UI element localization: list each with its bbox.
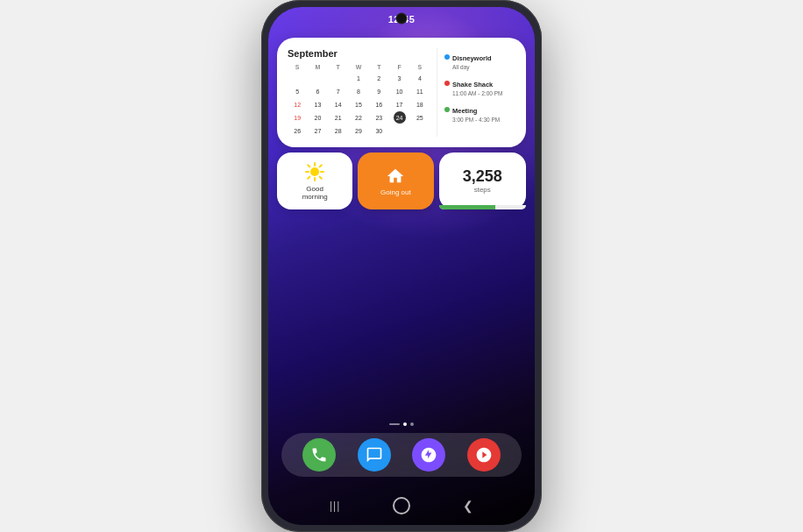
cal-day[interactable]: 9 xyxy=(373,85,385,97)
calendar-event[interactable]: Meeting3:00 PM - 4:30 PM xyxy=(444,101,515,123)
cal-day[interactable]: 4 xyxy=(414,72,426,84)
front-camera xyxy=(397,14,406,23)
dock-area xyxy=(268,422,535,477)
event-dot xyxy=(444,81,450,86)
cal-day[interactable]: 11 xyxy=(414,85,426,97)
cal-day[interactable]: 6 xyxy=(311,85,323,97)
svg-line-7 xyxy=(320,165,322,167)
cal-day[interactable]: 2 xyxy=(373,72,385,84)
cal-day[interactable]: 19 xyxy=(291,111,303,124)
cal-day[interactable]: 14 xyxy=(332,98,345,110)
event-title: Meeting xyxy=(452,107,477,115)
svg-line-6 xyxy=(320,177,322,179)
steps-number: 3,258 xyxy=(463,168,502,184)
cal-day[interactable]: 24 xyxy=(394,111,406,124)
cal-day[interactable]: 5 xyxy=(291,85,303,97)
calendar-events: DisneyworldAll dayShake Shack11:00 AM - … xyxy=(437,48,515,137)
cal-day[interactable]: 10 xyxy=(394,85,406,97)
steps-widget[interactable]: 3,258 steps xyxy=(439,153,527,209)
widgets-area: September SMTWTFS12345678910111213141516… xyxy=(277,38,526,209)
sun-icon xyxy=(304,161,325,182)
cal-day[interactable]: 16 xyxy=(373,98,385,110)
cal-day[interactable]: 27 xyxy=(311,124,323,137)
steps-label: steps xyxy=(474,186,491,194)
page-dot-1 xyxy=(403,422,407,426)
home-icon xyxy=(386,167,405,186)
calendar-left: September SMTWTFS12345678910111213141516… xyxy=(288,48,430,137)
cal-day[interactable]: 7 xyxy=(332,85,345,97)
cal-day[interactable]: 21 xyxy=(332,111,345,124)
cal-day[interactable]: 13 xyxy=(311,98,323,110)
dock-app-messages[interactable] xyxy=(358,438,391,472)
going-out-label: Going out xyxy=(380,188,411,196)
nav-bar: ||| ❮ xyxy=(268,497,535,514)
good-morning-widget[interactable]: Goodmorning xyxy=(277,153,352,209)
cal-day[interactable]: 30 xyxy=(373,124,385,137)
cal-header: T xyxy=(329,63,348,71)
nav-back[interactable]: ❮ xyxy=(463,499,473,513)
dock-app-samsung-mail[interactable] xyxy=(412,438,445,472)
cal-header: T xyxy=(369,63,388,71)
cal-day[interactable]: 8 xyxy=(352,85,365,97)
cal-day[interactable]: 18 xyxy=(414,98,426,110)
cal-empty xyxy=(311,72,323,84)
cal-day[interactable]: 26 xyxy=(291,124,303,137)
bottom-widgets: Goodmorning Going out 3,258 steps xyxy=(277,153,526,209)
cal-day[interactable]: 15 xyxy=(352,98,365,110)
nav-recent[interactable]: ||| xyxy=(330,500,340,512)
calendar-grid: SMTWTFS123456789101112131415161718192021… xyxy=(288,63,430,137)
event-time: All day xyxy=(452,64,515,70)
page-indicators xyxy=(268,422,535,426)
calendar-event[interactable]: Shake Shack11:00 AM - 2:00 PM xyxy=(444,74,515,96)
cal-day[interactable]: 25 xyxy=(414,111,426,124)
phone-screen: 12:45 September SMTWTFS12345678910111213… xyxy=(268,7,535,525)
event-dot xyxy=(444,107,450,112)
cal-empty xyxy=(332,72,345,84)
app-dock xyxy=(281,433,522,477)
steps-bar xyxy=(439,205,527,209)
cal-day[interactable]: 12 xyxy=(291,98,303,110)
cal-day[interactable]: 20 xyxy=(311,111,323,124)
cal-day[interactable]: 1 xyxy=(352,72,365,84)
cal-day[interactable]: 28 xyxy=(332,124,345,137)
svg-line-8 xyxy=(308,177,309,179)
event-time: 3:00 PM - 4:30 PM xyxy=(452,117,515,123)
cal-header: M xyxy=(308,63,327,71)
event-title: Shake Shack xyxy=(452,81,493,89)
nav-home[interactable] xyxy=(393,497,410,514)
cal-day[interactable]: 22 xyxy=(352,111,365,124)
cal-header: S xyxy=(410,63,430,71)
calendar-month: September xyxy=(288,48,430,59)
cal-empty xyxy=(291,72,303,84)
cal-day[interactable]: 17 xyxy=(394,98,406,110)
svg-line-5 xyxy=(308,165,309,167)
dock-app-youtube[interactable] xyxy=(467,438,501,472)
calendar-event[interactable]: DisneyworldAll day xyxy=(444,48,515,70)
event-time: 11:00 AM - 2:00 PM xyxy=(452,90,515,96)
page-indicator-active xyxy=(389,423,400,425)
steps-bar-fill xyxy=(439,205,496,209)
calendar-widget[interactable]: September SMTWTFS12345678910111213141516… xyxy=(277,38,526,147)
svg-point-0 xyxy=(310,167,319,176)
page-dot-2 xyxy=(410,422,414,426)
dock-app-phone[interactable] xyxy=(302,438,336,472)
phone-device: 12:45 September SMTWTFS12345678910111213… xyxy=(261,0,542,532)
cal-day[interactable]: 29 xyxy=(352,124,365,137)
cal-header: F xyxy=(389,63,409,71)
good-morning-label: Goodmorning xyxy=(302,185,328,201)
cal-header: S xyxy=(288,63,307,71)
event-dot xyxy=(444,54,450,60)
going-out-widget[interactable]: Going out xyxy=(358,153,433,209)
cal-day[interactable]: 23 xyxy=(373,111,385,124)
cal-day[interactable]: 3 xyxy=(394,72,406,84)
cal-header: W xyxy=(349,63,368,71)
event-title: Disneyworld xyxy=(452,54,492,62)
